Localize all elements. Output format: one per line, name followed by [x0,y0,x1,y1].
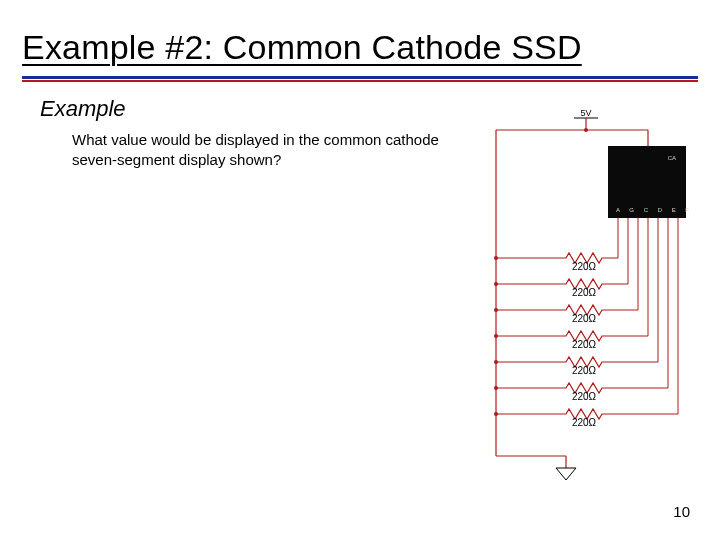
resistor-row-5: 220Ω [494,357,658,376]
slide-title: Example #2: Common Cathode SSD [22,28,582,67]
circuit-svg: 5V CA A G C D E F G [478,108,692,488]
resistor-6-label: 220Ω [572,391,597,402]
page-number: 10 [673,503,690,520]
resistor-3-label: 220Ω [572,313,597,324]
section-subhead: Example [40,96,126,122]
ssd-pin-labels: A G C D E F G [616,207,692,213]
resistor-7-label: 220Ω [572,417,597,428]
resistor-row-6: 220Ω [494,383,668,402]
resistor-5-label: 220Ω [572,365,597,376]
resistor-1-label: 220Ω [572,261,597,272]
ground-icon [556,468,576,480]
resistor-row-3: 220Ω [494,305,638,324]
title-underline-red [22,80,698,82]
chip-pin-leads [618,218,678,414]
resistor-row-1: 220Ω [494,253,618,272]
resistor-4-label: 220Ω [572,339,597,350]
ssd-ca-label: CA [668,155,676,161]
resistor-row-4: 220Ω [494,331,648,350]
resistor-row-7: 220Ω [494,409,678,428]
circuit-diagram: 5V CA A G C D E F G [478,108,692,488]
question-text: What value would be displayed in the com… [72,130,452,169]
resistor-row-2: 220Ω [494,279,628,298]
title-underline-blue [22,76,698,79]
resistor-2-label: 220Ω [572,287,597,298]
slide: Example #2: Common Cathode SSD Example W… [0,0,720,540]
supply-5v-label: 5V [580,108,591,118]
